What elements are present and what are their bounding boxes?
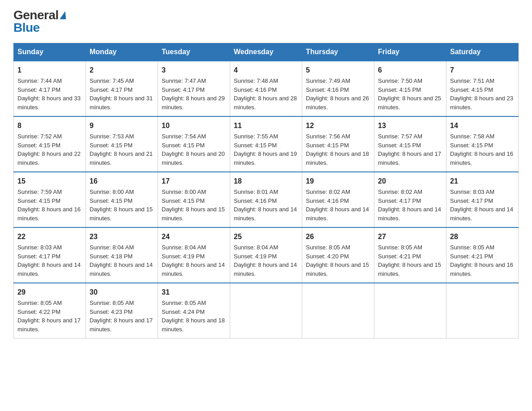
day-number: 10 xyxy=(162,120,226,131)
day-info: Sunrise: 7:57 AMSunset: 4:15 PMDaylight:… xyxy=(378,133,441,166)
day-number: 5 xyxy=(306,65,370,76)
day-number: 3 xyxy=(162,65,226,76)
day-number: 23 xyxy=(90,231,154,242)
day-info: Sunrise: 8:00 AMSunset: 4:15 PMDaylight:… xyxy=(90,188,153,222)
day-info: Sunrise: 8:05 AMSunset: 4:23 PMDaylight:… xyxy=(90,300,153,333)
day-number: 17 xyxy=(162,176,226,187)
day-cell-2: 2 Sunrise: 7:45 AMSunset: 4:17 PMDayligh… xyxy=(86,61,158,116)
logo-general-text: General xyxy=(13,9,59,21)
day-cell-18: 18 Sunrise: 8:01 AMSunset: 4:16 PMDaylig… xyxy=(230,172,302,227)
day-cell-26: 26 Sunrise: 8:05 AMSunset: 4:20 PMDaylig… xyxy=(302,227,374,283)
day-number: 15 xyxy=(17,176,82,187)
day-number: 7 xyxy=(450,65,515,76)
day-number: 19 xyxy=(306,176,370,187)
calendar-week-5: 29 Sunrise: 8:05 AMSunset: 4:22 PMDaylig… xyxy=(14,283,519,338)
day-number: 8 xyxy=(17,120,82,131)
day-cell-6: 6 Sunrise: 7:50 AMSunset: 4:15 PMDayligh… xyxy=(374,61,446,116)
logo: General Blue xyxy=(13,9,67,34)
day-info: Sunrise: 7:54 AMSunset: 4:15 PMDaylight:… xyxy=(162,133,225,166)
calendar-week-4: 22 Sunrise: 8:03 AMSunset: 4:17 PMDaylig… xyxy=(14,227,519,283)
calendar-week-3: 15 Sunrise: 7:59 AMSunset: 4:15 PMDaylig… xyxy=(14,172,519,227)
day-cell-12: 12 Sunrise: 7:56 AMSunset: 4:15 PMDaylig… xyxy=(302,116,374,172)
day-number: 2 xyxy=(90,65,154,76)
day-cell-16: 16 Sunrise: 8:00 AMSunset: 4:15 PMDaylig… xyxy=(86,172,158,227)
header-wednesday: Wednesday xyxy=(230,43,302,61)
day-info: Sunrise: 7:44 AMSunset: 4:17 PMDaylight:… xyxy=(17,77,81,111)
day-info: Sunrise: 7:53 AMSunset: 4:15 PMDaylight:… xyxy=(90,133,153,166)
day-info: Sunrise: 7:45 AMSunset: 4:17 PMDaylight:… xyxy=(90,77,153,111)
day-cell-11: 11 Sunrise: 7:55 AMSunset: 4:15 PMDaylig… xyxy=(230,116,302,172)
logo-blue-text: Blue xyxy=(13,21,40,34)
day-number: 25 xyxy=(234,231,298,242)
day-info: Sunrise: 8:02 AMSunset: 4:16 PMDaylight:… xyxy=(306,188,369,222)
day-number: 24 xyxy=(162,231,226,242)
day-number: 27 xyxy=(378,231,442,242)
day-number: 29 xyxy=(17,287,82,298)
day-cell-17: 17 Sunrise: 8:00 AMSunset: 4:15 PMDaylig… xyxy=(158,172,230,227)
calendar-week-1: 1 Sunrise: 7:44 AMSunset: 4:17 PMDayligh… xyxy=(14,61,519,116)
day-cell-3: 3 Sunrise: 7:47 AMSunset: 4:17 PMDayligh… xyxy=(158,61,230,116)
day-cell-21: 21 Sunrise: 8:03 AMSunset: 4:17 PMDaylig… xyxy=(446,172,519,227)
empty-cell xyxy=(230,283,302,338)
day-info: Sunrise: 7:58 AMSunset: 4:15 PMDaylight:… xyxy=(450,133,513,166)
header-saturday: Saturday xyxy=(446,43,519,61)
day-number: 31 xyxy=(162,287,226,298)
day-info: Sunrise: 8:05 AMSunset: 4:21 PMDaylight:… xyxy=(450,244,513,277)
calendar-header-row: SundayMondayTuesdayWednesdayThursdayFrid… xyxy=(14,43,519,61)
day-info: Sunrise: 8:02 AMSunset: 4:17 PMDaylight:… xyxy=(378,188,441,222)
day-number: 30 xyxy=(90,287,154,298)
day-cell-4: 4 Sunrise: 7:48 AMSunset: 4:16 PMDayligh… xyxy=(230,61,302,116)
day-number: 1 xyxy=(17,65,82,76)
day-cell-14: 14 Sunrise: 7:58 AMSunset: 4:15 PMDaylig… xyxy=(446,116,519,172)
day-info: Sunrise: 8:04 AMSunset: 4:19 PMDaylight:… xyxy=(234,244,297,277)
day-cell-25: 25 Sunrise: 8:04 AMSunset: 4:19 PMDaylig… xyxy=(230,227,302,283)
day-info: Sunrise: 8:05 AMSunset: 4:24 PMDaylight:… xyxy=(162,300,225,333)
header-tuesday: Tuesday xyxy=(158,43,230,61)
day-info: Sunrise: 8:04 AMSunset: 4:19 PMDaylight:… xyxy=(162,244,225,277)
header-friday: Friday xyxy=(374,43,446,61)
day-info: Sunrise: 8:05 AMSunset: 4:20 PMDaylight:… xyxy=(306,244,369,277)
calendar-table: SundayMondayTuesdayWednesdayThursdayFrid… xyxy=(13,43,519,338)
day-info: Sunrise: 7:51 AMSunset: 4:15 PMDaylight:… xyxy=(450,77,513,111)
day-number: 18 xyxy=(234,176,298,187)
day-info: Sunrise: 8:03 AMSunset: 4:17 PMDaylight:… xyxy=(17,244,81,277)
day-cell-28: 28 Sunrise: 8:05 AMSunset: 4:21 PMDaylig… xyxy=(446,227,519,283)
day-number: 9 xyxy=(90,120,154,131)
day-info: Sunrise: 7:59 AMSunset: 4:15 PMDaylight:… xyxy=(17,188,81,222)
day-cell-20: 20 Sunrise: 8:02 AMSunset: 4:17 PMDaylig… xyxy=(374,172,446,227)
day-info: Sunrise: 8:05 AMSunset: 4:22 PMDaylight:… xyxy=(17,300,81,333)
empty-cell xyxy=(374,283,446,338)
day-cell-7: 7 Sunrise: 7:51 AMSunset: 4:15 PMDayligh… xyxy=(446,61,519,116)
calendar-week-2: 8 Sunrise: 7:52 AMSunset: 4:15 PMDayligh… xyxy=(14,116,519,172)
header: General Blue xyxy=(13,9,519,34)
day-number: 12 xyxy=(306,120,370,131)
day-cell-5: 5 Sunrise: 7:49 AMSunset: 4:16 PMDayligh… xyxy=(302,61,374,116)
header-sunday: Sunday xyxy=(14,43,86,61)
day-info: Sunrise: 7:56 AMSunset: 4:15 PMDaylight:… xyxy=(306,133,369,166)
day-info: Sunrise: 8:00 AMSunset: 4:15 PMDaylight:… xyxy=(162,188,225,222)
day-number: 22 xyxy=(17,231,82,242)
day-cell-24: 24 Sunrise: 8:04 AMSunset: 4:19 PMDaylig… xyxy=(158,227,230,283)
logo-triangle-icon xyxy=(60,11,67,19)
day-cell-1: 1 Sunrise: 7:44 AMSunset: 4:17 PMDayligh… xyxy=(14,61,86,116)
day-number: 21 xyxy=(450,176,515,187)
day-cell-19: 19 Sunrise: 8:02 AMSunset: 4:16 PMDaylig… xyxy=(302,172,374,227)
day-number: 28 xyxy=(450,231,515,242)
day-number: 16 xyxy=(90,176,154,187)
header-monday: Monday xyxy=(86,43,158,61)
day-cell-22: 22 Sunrise: 8:03 AMSunset: 4:17 PMDaylig… xyxy=(14,227,86,283)
day-cell-10: 10 Sunrise: 7:54 AMSunset: 4:15 PMDaylig… xyxy=(158,116,230,172)
day-info: Sunrise: 8:01 AMSunset: 4:16 PMDaylight:… xyxy=(234,188,297,222)
day-number: 20 xyxy=(378,176,442,187)
day-info: Sunrise: 7:50 AMSunset: 4:15 PMDaylight:… xyxy=(378,77,441,111)
day-info: Sunrise: 7:49 AMSunset: 4:16 PMDaylight:… xyxy=(306,77,369,111)
day-info: Sunrise: 8:04 AMSunset: 4:18 PMDaylight:… xyxy=(90,244,153,277)
day-cell-23: 23 Sunrise: 8:04 AMSunset: 4:18 PMDaylig… xyxy=(86,227,158,283)
day-cell-31: 31 Sunrise: 8:05 AMSunset: 4:24 PMDaylig… xyxy=(158,283,230,338)
day-cell-27: 27 Sunrise: 8:05 AMSunset: 4:21 PMDaylig… xyxy=(374,227,446,283)
day-info: Sunrise: 7:48 AMSunset: 4:16 PMDaylight:… xyxy=(234,77,297,111)
empty-cell xyxy=(302,283,374,338)
day-cell-8: 8 Sunrise: 7:52 AMSunset: 4:15 PMDayligh… xyxy=(14,116,86,172)
day-number: 4 xyxy=(234,65,298,76)
day-cell-13: 13 Sunrise: 7:57 AMSunset: 4:15 PMDaylig… xyxy=(374,116,446,172)
